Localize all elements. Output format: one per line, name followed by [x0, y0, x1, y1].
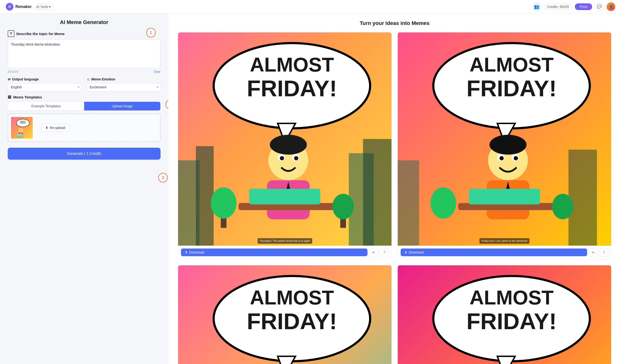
- image-icon: 🖼: [8, 95, 11, 99]
- panel-title: AI Meme Generator: [8, 19, 160, 25]
- reupload-button[interactable]: ⬆ Re-upload: [41, 124, 69, 132]
- emotion-label: ☺ Meme Emotion: [86, 77, 160, 81]
- svg-rect-28: [249, 189, 320, 204]
- svg-rect-6: [17, 134, 23, 137]
- textarea-footer: 29/1000 Clear: [8, 70, 160, 73]
- svg-point-50: [431, 187, 456, 218]
- credits-display: Credits: 95205: [544, 4, 572, 10]
- upload-image-tab[interactable]: Upload Image: [84, 102, 160, 110]
- meme-bg-1: ALMOST FRIDAY!: [178, 33, 392, 246]
- annotation-1: 1: [146, 28, 156, 37]
- template-tabs: Example Templates Upload Image: [8, 101, 160, 111]
- meme-svg-4: ALMOST FRIDAY!: [398, 265, 611, 364]
- language-emotion-row: ⇄ Output language English Spanish French…: [8, 77, 160, 91]
- meme-caption-1: Thursday? The week's finish line is in s…: [178, 238, 392, 244]
- svg-text:ALMOST: ALMOST: [470, 286, 554, 309]
- user-avatar[interactable]: 👤: [606, 2, 615, 11]
- text-icon: T: [8, 30, 15, 37]
- edit-button-2[interactable]: ✏: [589, 248, 598, 257]
- svg-text:ALMOST: ALMOST: [250, 286, 334, 309]
- svg-point-4: [19, 128, 23, 132]
- meme-bg-2: ALMOST FRIDAY!: [398, 33, 611, 246]
- meme-actions-2: ⬇ Download ✏ ⤴: [398, 246, 611, 259]
- topic-section-header: T Describe the topic for Meme: [8, 30, 160, 37]
- example-templates-tab[interactable]: Example Templates: [8, 102, 84, 110]
- emotion-select-wrapper: Excitement Happy Sad Funny ▾: [86, 83, 160, 91]
- svg-point-30: [211, 187, 237, 218]
- left-panel: AI Meme Generator T Describe the topic f…: [0, 14, 168, 364]
- ai-tools-label: AI Tools: [36, 5, 48, 9]
- meme-card-1: ALMOST FRIDAY!: [178, 32, 392, 259]
- header-right: 👥 Credits: 95205 Price 💬 👤: [532, 2, 615, 11]
- topic-textarea[interactable]: Thursday Work Meme Motivation: [8, 39, 160, 68]
- share-button-2[interactable]: ⤴: [600, 248, 608, 257]
- svg-point-51: [552, 194, 573, 219]
- svg-rect-35: [568, 149, 597, 246]
- meme-bg-4: ALMOST FRIDAY!: [398, 265, 611, 364]
- generate-button[interactable]: Generate ( 1 Credit): [8, 148, 160, 160]
- share-button-1[interactable]: ⤴: [380, 248, 389, 257]
- annotation-2: 2: [165, 100, 168, 109]
- language-select[interactable]: English Spanish French German: [8, 83, 82, 91]
- language-label: ⇄ Output language: [8, 77, 82, 81]
- output-language-field: ⇄ Output language English Spanish French…: [8, 77, 82, 91]
- right-panel: Turn your Ideas into Memes 4: [168, 14, 621, 364]
- download-icon-1: ⬇: [185, 250, 188, 254]
- upload-area-inner: ALMOST FRIDAY!: [8, 114, 160, 141]
- svg-rect-12: [196, 146, 214, 246]
- meme-svg-3: ALMOST FRIDAY!: [178, 265, 392, 364]
- svg-point-8: [20, 130, 20, 130]
- svg-point-45: [514, 156, 518, 160]
- main-layout: AI Meme Generator T Describe the topic f…: [0, 14, 621, 364]
- meme-svg-2: ALMOST FRIDAY!: [398, 33, 611, 246]
- download-button-2[interactable]: ⬇ Download: [401, 248, 587, 256]
- meme-templates-section: 🖼 Meme Templates Example Templates Uploa…: [8, 95, 160, 142]
- meme-image-4: ALMOST FRIDAY!: [398, 265, 611, 364]
- svg-text:FRIDAY!: FRIDAY!: [466, 309, 557, 334]
- annotation-3: 3: [158, 173, 168, 182]
- ai-tools-button[interactable]: AI Tools ▾: [34, 4, 53, 10]
- meme-grid: ALMOST FRIDAY!: [178, 32, 611, 364]
- meme-image-2: ALMOST FRIDAY!: [398, 33, 611, 246]
- credits-label: Credits: 95205: [547, 5, 569, 9]
- language-select-wrapper: English Spanish French German ▾: [8, 83, 82, 91]
- svg-point-32: [332, 194, 354, 219]
- users-icon: 👥: [532, 2, 541, 11]
- download-icon-2: ⬇: [404, 250, 407, 254]
- svg-rect-49: [469, 189, 540, 204]
- meme-actions-1: ⬇ Download ✏ ⤴: [178, 246, 392, 259]
- meme-image-3: ALMOST FRIDAY!: [178, 265, 392, 364]
- svg-text:ALMOST: ALMOST: [250, 53, 334, 76]
- messages-icon-button[interactable]: 💬: [595, 2, 604, 11]
- download-button-1[interactable]: ⬇ Download: [181, 248, 367, 256]
- app-header: R Remaker AI Tools ▾ 👥 Credits: 95205 Pr…: [0, 0, 621, 14]
- clear-button[interactable]: Clear: [154, 70, 160, 73]
- reupload-icon: ⬆: [45, 126, 48, 130]
- meme-svg-1: ALMOST FRIDAY!: [178, 33, 392, 246]
- uploaded-image-preview: ALMOST FRIDAY!: [11, 117, 33, 139]
- svg-point-41: [490, 135, 527, 155]
- upload-area[interactable]: ALMOST FRIDAY!: [8, 114, 160, 142]
- meme-bg-3: ALMOST FRIDAY!: [178, 265, 392, 364]
- svg-point-9: [21, 130, 22, 130]
- reupload-label: Re-upload: [50, 126, 65, 130]
- emotion-select[interactable]: Excitement Happy Sad Funny: [86, 83, 160, 91]
- meme-card-4: ALMOST FRIDAY!: [397, 265, 611, 364]
- right-panel-title: Turn your Ideas into Memes: [178, 20, 611, 26]
- templates-header: 🖼 Meme Templates: [8, 95, 160, 99]
- svg-text:ALMOST: ALMOST: [470, 53, 554, 76]
- char-count: 29/1000: [8, 70, 18, 73]
- svg-rect-14: [363, 139, 392, 246]
- svg-text:FRIDAY!: FRIDAY!: [466, 76, 557, 101]
- price-button[interactable]: Price: [575, 3, 592, 10]
- templates-label: Meme Templates: [13, 95, 42, 99]
- svg-point-20: [270, 135, 307, 155]
- header-left: R Remaker AI Tools ▾: [6, 3, 53, 11]
- brand-name: Remaker: [15, 5, 32, 9]
- svg-point-44: [500, 156, 504, 160]
- svg-point-23: [280, 156, 284, 160]
- svg-text:FRIDAY!: FRIDAY!: [20, 122, 26, 124]
- edit-button-1[interactable]: ✏: [369, 248, 378, 257]
- logo-icon: R: [6, 3, 14, 11]
- meme-emotion-field: ☺ Meme Emotion Excitement Happy Sad Funn…: [86, 77, 160, 91]
